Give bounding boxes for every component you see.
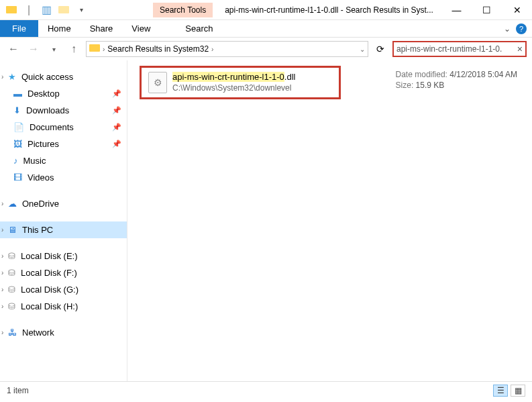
nav-local-g[interactable]: ›⛁Local Disk (G:)	[0, 281, 127, 298]
titlebar: | ▥ ▾ Search Tools api-ms-win-crt-runtim…	[0, 0, 532, 20]
nav-local-h[interactable]: ›⛁Local Disk (H:)	[0, 298, 127, 315]
nav-pictures[interactable]: 🖼Pictures📌	[0, 136, 127, 152]
refresh-button[interactable]: ⟳	[372, 41, 388, 57]
result-filepath: C:\Windows\System32\downlevel	[172, 83, 295, 93]
close-button[interactable]: ✕	[502, 0, 532, 20]
nav-label: Quick access	[21, 72, 73, 82]
date-modified-value: 4/12/2018 5:04 AM	[449, 70, 517, 79]
item-count: 1 item	[7, 386, 29, 395]
content-pane[interactable]: ⚙ api-ms-win-crt-runtime-l1-1-0.dll C:\W…	[127, 60, 532, 381]
pin-icon: 📌	[112, 89, 121, 98]
result-filename: api-ms-win-crt-runtime-l1-1-0.dll	[172, 72, 295, 82]
details-view-button[interactable]: ☰	[493, 385, 508, 397]
chevron-right-icon[interactable]: ›	[1, 73, 3, 81]
nav-downloads[interactable]: ⬇Downloads📌	[0, 102, 127, 119]
breadcrumb-separator-icon: ›	[103, 46, 105, 53]
navigation-bar: ← → ▾ ↑ › Search Results in System32 › ⌄…	[0, 38, 532, 60]
help-icon[interactable]: ?	[516, 23, 527, 34]
nav-this-pc[interactable]: ›🖥This PC	[0, 221, 127, 238]
pin-icon: 📌	[112, 140, 121, 148]
file-icon: ⚙	[148, 72, 167, 93]
drive-icon: ⛁	[8, 301, 15, 311]
status-bar: 1 item ☰ ▦	[0, 381, 532, 399]
chevron-right-icon[interactable]: ›	[1, 226, 3, 234]
minimize-button[interactable]: —	[441, 0, 472, 20]
network-icon: 🖧	[8, 328, 17, 338]
nav-label: Music	[23, 156, 46, 166]
monitor-icon: 🖥	[8, 225, 17, 235]
nav-desktop[interactable]: ▬Desktop📌	[0, 85, 127, 102]
star-icon: ★	[8, 72, 16, 82]
tab-search[interactable]: Search	[176, 20, 222, 37]
nav-label: Local Disk (H:)	[21, 301, 78, 311]
new-folder-icon[interactable]	[56, 3, 71, 17]
qat-divider-icon: |	[21, 3, 36, 17]
nav-label: This PC	[22, 225, 53, 235]
search-result-highlight: ⚙ api-ms-win-crt-runtime-l1-1-0.dll C:\W…	[140, 66, 341, 99]
file-tab[interactable]: File	[0, 20, 38, 37]
downloads-icon: ⬇	[13, 105, 21, 115]
back-button[interactable]: ←	[5, 41, 21, 57]
drive-icon: ⛁	[8, 251, 15, 261]
nav-documents[interactable]: 📄Documents📌	[0, 119, 127, 136]
nav-label: Downloads	[26, 105, 69, 115]
ribbon-expand-icon[interactable]: ⌄	[504, 24, 511, 34]
chevron-right-icon[interactable]: ›	[1, 252, 3, 260]
pin-icon: 📌	[112, 123, 121, 132]
chevron-right-icon[interactable]: ›	[1, 329, 3, 336]
documents-icon: 📄	[13, 122, 24, 132]
up-button[interactable]: ↑	[66, 41, 82, 57]
nav-label: Local Disk (E:)	[21, 251, 78, 261]
large-icons-view-button[interactable]: ▦	[511, 385, 525, 397]
address-bar[interactable]: › Search Results in System32 › ⌄	[86, 41, 368, 57]
nav-label: Network	[22, 328, 54, 338]
nav-label: Videos	[28, 172, 54, 183]
chevron-right-icon[interactable]: ›	[1, 286, 3, 293]
tab-home[interactable]: Home	[38, 20, 81, 37]
drive-icon: ⛁	[8, 285, 15, 295]
nav-label: OneDrive	[22, 199, 59, 209]
search-tools-context-tab[interactable]: Search Tools	[153, 3, 213, 17]
nav-local-f[interactable]: ›⛁Local Disk (F:)	[0, 264, 127, 281]
chevron-right-icon[interactable]: ›	[1, 303, 3, 310]
drive-icon: ⛁	[8, 268, 15, 278]
ribbon: File Home Share View Search ⌄ ?	[0, 20, 532, 38]
nav-local-e[interactable]: ›⛁Local Disk (E:)	[0, 248, 127, 264]
breadcrumb-separator-icon: ›	[211, 46, 213, 53]
properties-icon[interactable]: ▥	[39, 3, 54, 17]
size-value: 15.9 KB	[416, 81, 445, 90]
maximize-button[interactable]: ☐	[472, 0, 502, 20]
clear-search-icon[interactable]: ×	[517, 44, 523, 54]
breadcrumb-segment[interactable]: Search Results in System32	[107, 44, 209, 54]
nav-music[interactable]: ♪Music	[0, 152, 127, 169]
chevron-right-icon[interactable]: ›	[1, 200, 3, 207]
tab-share[interactable]: Share	[81, 20, 123, 37]
folder-icon	[4, 3, 19, 17]
search-result-item[interactable]: ⚙ api-ms-win-crt-runtime-l1-1-0.dll C:\W…	[148, 72, 332, 93]
window-title: api-ms-win-crt-runtime-l1-1-0.dll - Sear…	[225, 5, 433, 15]
details-pane: Date modified: 4/12/2018 5:04 AM Size: 1…	[396, 70, 517, 91]
search-folder-icon	[89, 44, 100, 54]
nav-label: Documents	[30, 122, 74, 132]
qat-dropdown-icon[interactable]: ▾	[74, 3, 89, 17]
chevron-right-icon[interactable]: ›	[1, 269, 3, 277]
nav-network[interactable]: ›🖧Network	[0, 324, 127, 341]
size-label: Size:	[396, 81, 414, 90]
tab-view[interactable]: View	[122, 20, 160, 37]
videos-icon: 🎞	[13, 172, 22, 183]
window-controls: — ☐ ✕	[441, 0, 532, 20]
forward-button[interactable]: →	[25, 41, 42, 57]
recent-locations-dropdown[interactable]: ▾	[46, 41, 62, 57]
search-input-value: api-ms-win-crt-runtime-l1-1-0.	[396, 44, 517, 54]
desktop-icon: ▬	[13, 89, 22, 99]
nav-quick-access[interactable]: › ★ Quick access	[0, 68, 127, 85]
nav-videos[interactable]: 🎞Videos	[0, 169, 127, 186]
pin-icon: 📌	[112, 106, 121, 115]
music-icon: ♪	[13, 156, 18, 166]
nav-onedrive[interactable]: ›☁OneDrive	[0, 195, 127, 212]
address-history-dropdown[interactable]: ⌄	[360, 46, 365, 53]
search-input[interactable]: api-ms-win-crt-runtime-l1-1-0. ×	[392, 41, 527, 57]
nav-label: Pictures	[28, 139, 59, 149]
navigation-pane[interactable]: › ★ Quick access ▬Desktop📌 ⬇Downloads📌 📄…	[0, 60, 127, 381]
cloud-icon: ☁	[8, 199, 17, 209]
